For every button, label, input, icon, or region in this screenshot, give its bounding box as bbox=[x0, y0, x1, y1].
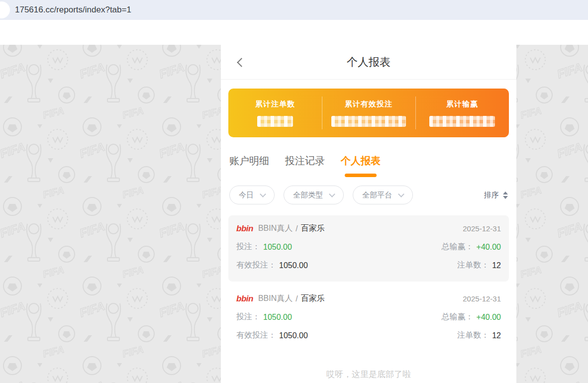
page-header: 个人报表 bbox=[221, 45, 516, 80]
count-label: 注单数： bbox=[457, 330, 489, 341]
report-card: bbin BBIN真人 / 百家乐 2025-12-31 投注： 1050.00… bbox=[228, 215, 509, 282]
page-title: 个人报表 bbox=[347, 55, 391, 70]
back-button[interactable] bbox=[236, 58, 246, 68]
winloss-label: 总输赢： bbox=[442, 242, 474, 252]
bet-value: 1050.00 bbox=[263, 313, 292, 322]
valid-bet-label: 有效投注： bbox=[236, 260, 276, 271]
tab-underline bbox=[233, 174, 265, 177]
summary-stat-winloss: 累计输赢 bbox=[415, 89, 509, 137]
platform-filter-dropdown[interactable]: 全部平台 bbox=[353, 186, 413, 204]
summary-stat-valid-bet: 累计有效投注 bbox=[322, 89, 415, 137]
sort-control[interactable]: 排序 bbox=[484, 191, 508, 200]
game-name: 百家乐 bbox=[301, 293, 325, 304]
date-filter-dropdown[interactable]: 今日 bbox=[229, 186, 275, 204]
report-card: bbin BBIN真人 / 百家乐 2025-12-31 投注： 1050.00… bbox=[228, 286, 509, 352]
app-panel: 个人报表 累计注单数 累计有效投注 累计输赢 账户明细 投注记录 bbox=[221, 45, 516, 383]
type-filter-dropdown[interactable]: 全部类型 bbox=[284, 186, 344, 204]
tab-bar: 账户明细 投注记录 个人报表 bbox=[221, 154, 516, 177]
tab-label: 投注记录 bbox=[285, 154, 325, 168]
url-text[interactable]: 175616.cc/reports/index?tab=1 bbox=[15, 5, 131, 15]
winloss-label: 总输赢： bbox=[442, 312, 474, 322]
tab-label: 账户明细 bbox=[229, 154, 269, 168]
chevron-down-icon bbox=[260, 191, 266, 197]
page-stage: FIFA FIFA bbox=[0, 45, 588, 383]
count-value: 12 bbox=[492, 331, 501, 340]
browser-url-bar[interactable]: 175616.cc/reports/index?tab=1 bbox=[0, 0, 588, 20]
report-list: bbin BBIN真人 / 百家乐 2025-12-31 投注： 1050.00… bbox=[228, 215, 509, 352]
provider-name: BBIN真人 bbox=[258, 223, 293, 234]
count-label: 注单数： bbox=[457, 260, 489, 271]
dropdown-label: 今日 bbox=[239, 191, 254, 200]
valid-bet-label: 有效投注： bbox=[236, 330, 276, 341]
dropdown-label: 全部类型 bbox=[293, 191, 323, 200]
chevron-down-icon bbox=[329, 191, 335, 197]
valid-bet-value: 1050.00 bbox=[279, 331, 308, 340]
site-info-icon[interactable] bbox=[0, 1, 10, 18]
stat-label: 累计有效投注 bbox=[345, 99, 392, 109]
tab-label: 个人报表 bbox=[341, 154, 381, 168]
count-value: 12 bbox=[492, 261, 501, 270]
end-of-list-text: 哎呀，这里是底部了啦 bbox=[221, 369, 516, 380]
sort-arrows-icon bbox=[503, 192, 508, 199]
summary-card: 累计注单数 累计有效投注 累计输赢 bbox=[228, 89, 509, 137]
tab-personal-report[interactable]: 个人报表 bbox=[341, 154, 381, 177]
bet-label: 投注： bbox=[236, 312, 260, 322]
winloss-value: +40.00 bbox=[477, 243, 501, 252]
valid-bet-value: 1050.00 bbox=[279, 261, 308, 270]
stat-value-masked bbox=[257, 116, 293, 127]
winloss-value: +40.00 bbox=[477, 313, 501, 322]
provider-name: BBIN真人 bbox=[258, 293, 293, 304]
chevron-left-icon bbox=[237, 58, 246, 67]
sort-label: 排序 bbox=[484, 191, 499, 200]
separator: / bbox=[295, 294, 297, 303]
tab-bet-records[interactable]: 投注记录 bbox=[285, 154, 325, 177]
bbin-logo-icon: bbin bbox=[236, 224, 253, 234]
bet-label: 投注： bbox=[236, 242, 260, 252]
top-white-strip bbox=[0, 20, 588, 45]
record-date: 2025-12-31 bbox=[463, 224, 501, 233]
chevron-down-icon bbox=[398, 191, 404, 197]
game-name: 百家乐 bbox=[301, 223, 325, 234]
tab-underline bbox=[289, 174, 321, 177]
record-date: 2025-12-31 bbox=[463, 294, 501, 303]
bet-value: 1050.00 bbox=[263, 243, 292, 252]
stat-value-masked bbox=[331, 116, 406, 127]
sort-desc-icon bbox=[503, 196, 508, 199]
dropdown-label: 全部平台 bbox=[362, 191, 392, 200]
separator: / bbox=[295, 224, 297, 233]
stat-label: 累计输赢 bbox=[446, 99, 478, 109]
filter-bar: 今日 全部类型 全部平台 排序 bbox=[229, 186, 508, 204]
tab-account-detail[interactable]: 账户明细 bbox=[229, 154, 269, 177]
bbin-logo-icon: bbin bbox=[236, 294, 253, 304]
sort-asc-icon bbox=[503, 192, 508, 194]
stat-value-masked bbox=[429, 116, 495, 127]
stat-label: 累计注单数 bbox=[255, 99, 295, 109]
tab-active-underline bbox=[345, 174, 377, 177]
summary-stat-total-bets: 累计注单数 bbox=[228, 89, 322, 137]
